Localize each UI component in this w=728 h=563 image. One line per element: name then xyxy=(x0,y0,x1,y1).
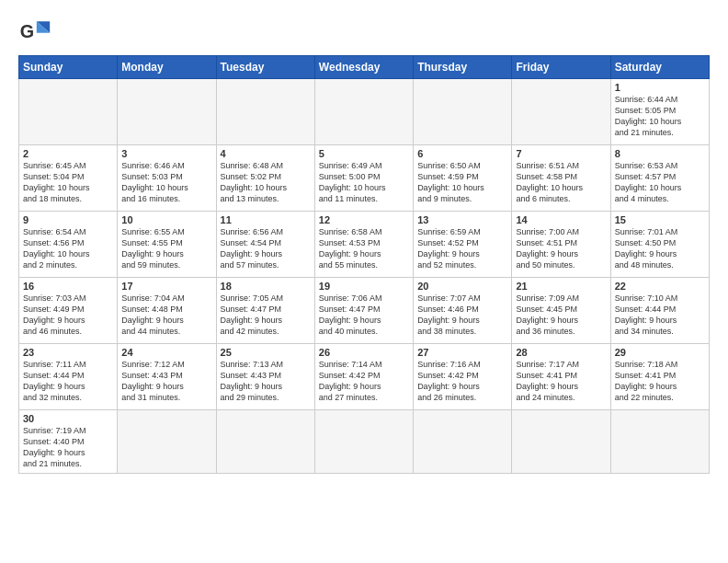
calendar-cell: 20Sunrise: 7:07 AM Sunset: 4:46 PM Dayli… xyxy=(414,278,512,344)
day-info: Sunrise: 6:59 AM Sunset: 4:52 PM Dayligh… xyxy=(417,226,507,271)
calendar-cell: 13Sunrise: 6:59 AM Sunset: 4:52 PM Dayli… xyxy=(414,212,512,278)
day-info: Sunrise: 7:10 AM Sunset: 4:44 PM Dayligh… xyxy=(615,293,705,338)
weekday-header-tuesday: Tuesday xyxy=(216,56,314,79)
weekday-header-monday: Monday xyxy=(118,56,216,79)
day-number: 24 xyxy=(121,347,211,358)
day-number: 13 xyxy=(417,214,507,225)
day-info: Sunrise: 6:48 AM Sunset: 5:02 PM Dayligh… xyxy=(221,160,311,205)
day-info: Sunrise: 7:19 AM Sunset: 4:40 PM Dayligh… xyxy=(23,425,113,470)
day-info: Sunrise: 6:53 AM Sunset: 4:57 PM Dayligh… xyxy=(615,160,705,205)
calendar-cell: 7Sunrise: 6:51 AM Sunset: 4:58 PM Daylig… xyxy=(512,145,610,212)
calendar-cell xyxy=(314,79,413,145)
day-info: Sunrise: 7:17 AM Sunset: 4:41 PM Dayligh… xyxy=(516,359,606,404)
day-number: 1 xyxy=(615,82,705,93)
calendar-cell xyxy=(19,79,118,145)
calendar-cell: 6Sunrise: 6:50 AM Sunset: 4:59 PM Daylig… xyxy=(414,145,512,212)
day-info: Sunrise: 6:44 AM Sunset: 5:05 PM Dayligh… xyxy=(615,94,705,139)
day-info: Sunrise: 7:11 AM Sunset: 4:44 PM Dayligh… xyxy=(23,359,113,404)
day-number: 9 xyxy=(23,214,113,225)
calendar-cell: 4Sunrise: 6:48 AM Sunset: 5:02 PM Daylig… xyxy=(216,145,314,212)
day-number: 23 xyxy=(23,347,113,358)
day-number: 25 xyxy=(221,347,311,358)
day-number: 21 xyxy=(516,281,606,292)
day-info: Sunrise: 7:16 AM Sunset: 4:42 PM Dayligh… xyxy=(417,359,507,404)
calendar-cell: 14Sunrise: 7:00 AM Sunset: 4:51 PM Dayli… xyxy=(512,212,610,278)
day-info: Sunrise: 7:12 AM Sunset: 4:43 PM Dayligh… xyxy=(121,359,211,404)
calendar-header-row: SundayMondayTuesdayWednesdayThursdayFrid… xyxy=(19,56,710,79)
calendar-cell xyxy=(314,410,413,474)
day-info: Sunrise: 7:13 AM Sunset: 4:43 PM Dayligh… xyxy=(221,359,311,404)
day-info: Sunrise: 6:49 AM Sunset: 5:00 PM Dayligh… xyxy=(319,160,409,205)
day-number: 11 xyxy=(221,214,311,225)
svg-text:G: G xyxy=(20,21,34,41)
calendar-cell: 8Sunrise: 6:53 AM Sunset: 4:57 PM Daylig… xyxy=(610,145,709,212)
calendar-page: G SundayMondayTuesdayWednesdayThursdayFr… xyxy=(0,0,728,563)
weekday-header-friday: Friday xyxy=(512,56,610,79)
day-number: 14 xyxy=(516,214,606,225)
day-info: Sunrise: 7:07 AM Sunset: 4:46 PM Dayligh… xyxy=(417,293,507,338)
day-info: Sunrise: 6:54 AM Sunset: 4:56 PM Dayligh… xyxy=(23,226,113,271)
calendar-cell: 23Sunrise: 7:11 AM Sunset: 4:44 PM Dayli… xyxy=(19,344,118,410)
day-info: Sunrise: 7:18 AM Sunset: 4:41 PM Dayligh… xyxy=(615,359,705,404)
day-number: 4 xyxy=(221,148,311,159)
day-number: 6 xyxy=(417,148,507,159)
day-info: Sunrise: 6:50 AM Sunset: 4:59 PM Dayligh… xyxy=(417,160,507,205)
weekday-header-sunday: Sunday xyxy=(19,56,118,79)
day-number: 5 xyxy=(319,148,409,159)
day-number: 8 xyxy=(615,148,705,159)
day-number: 26 xyxy=(319,347,409,358)
calendar-cell: 25Sunrise: 7:13 AM Sunset: 4:43 PM Dayli… xyxy=(216,344,314,410)
day-number: 12 xyxy=(319,214,409,225)
day-info: Sunrise: 7:09 AM Sunset: 4:45 PM Dayligh… xyxy=(516,293,606,338)
calendar-cell: 5Sunrise: 6:49 AM Sunset: 5:00 PM Daylig… xyxy=(314,145,413,212)
day-info: Sunrise: 6:56 AM Sunset: 4:54 PM Dayligh… xyxy=(221,226,311,271)
day-number: 27 xyxy=(417,347,507,358)
weekday-header-saturday: Saturday xyxy=(610,56,709,79)
day-info: Sunrise: 7:04 AM Sunset: 4:48 PM Dayligh… xyxy=(121,293,211,338)
calendar-cell: 15Sunrise: 7:01 AM Sunset: 4:50 PM Dayli… xyxy=(610,212,709,278)
calendar-cell xyxy=(216,79,314,145)
day-number: 22 xyxy=(615,281,705,292)
calendar-cell: 10Sunrise: 6:55 AM Sunset: 4:55 PM Dayli… xyxy=(118,212,216,278)
calendar-cell: 24Sunrise: 7:12 AM Sunset: 4:43 PM Dayli… xyxy=(118,344,216,410)
day-number: 15 xyxy=(615,214,705,225)
day-info: Sunrise: 7:14 AM Sunset: 4:42 PM Dayligh… xyxy=(319,359,409,404)
day-info: Sunrise: 6:55 AM Sunset: 4:55 PM Dayligh… xyxy=(121,226,211,271)
weekday-header-thursday: Thursday xyxy=(414,56,512,79)
calendar-header: G xyxy=(18,15,710,48)
day-number: 17 xyxy=(121,281,211,292)
calendar-cell: 2Sunrise: 6:45 AM Sunset: 5:04 PM Daylig… xyxy=(19,145,118,212)
day-number: 30 xyxy=(23,413,113,424)
calendar-cell: 29Sunrise: 7:18 AM Sunset: 4:41 PM Dayli… xyxy=(610,344,709,410)
calendar-cell xyxy=(216,410,314,474)
day-number: 7 xyxy=(516,148,606,159)
calendar-cell xyxy=(118,79,216,145)
logo-icon: G xyxy=(18,15,51,48)
weekday-header-wednesday: Wednesday xyxy=(314,56,413,79)
calendar-cell: 30Sunrise: 7:19 AM Sunset: 4:40 PM Dayli… xyxy=(19,410,118,474)
day-number: 18 xyxy=(221,281,311,292)
day-number: 29 xyxy=(615,347,705,358)
day-number: 3 xyxy=(121,148,211,159)
day-info: Sunrise: 7:06 AM Sunset: 4:47 PM Dayligh… xyxy=(319,293,409,338)
calendar-cell xyxy=(414,79,512,145)
calendar-cell: 16Sunrise: 7:03 AM Sunset: 4:49 PM Dayli… xyxy=(19,278,118,344)
calendar-cell: 12Sunrise: 6:58 AM Sunset: 4:53 PM Dayli… xyxy=(314,212,413,278)
day-number: 16 xyxy=(23,281,113,292)
calendar-cell: 21Sunrise: 7:09 AM Sunset: 4:45 PM Dayli… xyxy=(512,278,610,344)
calendar-cell: 27Sunrise: 7:16 AM Sunset: 4:42 PM Dayli… xyxy=(414,344,512,410)
calendar-cell: 22Sunrise: 7:10 AM Sunset: 4:44 PM Dayli… xyxy=(610,278,709,344)
logo: G xyxy=(18,15,55,48)
day-info: Sunrise: 6:45 AM Sunset: 5:04 PM Dayligh… xyxy=(23,160,113,205)
calendar-cell xyxy=(512,79,610,145)
day-info: Sunrise: 7:05 AM Sunset: 4:47 PM Dayligh… xyxy=(221,293,311,338)
day-info: Sunrise: 6:51 AM Sunset: 4:58 PM Dayligh… xyxy=(516,160,606,205)
calendar-cell: 1Sunrise: 6:44 AM Sunset: 5:05 PM Daylig… xyxy=(610,79,709,145)
calendar-cell xyxy=(610,410,709,474)
day-number: 2 xyxy=(23,148,113,159)
calendar-cell xyxy=(512,410,610,474)
day-number: 10 xyxy=(121,214,211,225)
day-info: Sunrise: 6:46 AM Sunset: 5:03 PM Dayligh… xyxy=(121,160,211,205)
calendar-cell: 17Sunrise: 7:04 AM Sunset: 4:48 PM Dayli… xyxy=(118,278,216,344)
day-number: 20 xyxy=(417,281,507,292)
